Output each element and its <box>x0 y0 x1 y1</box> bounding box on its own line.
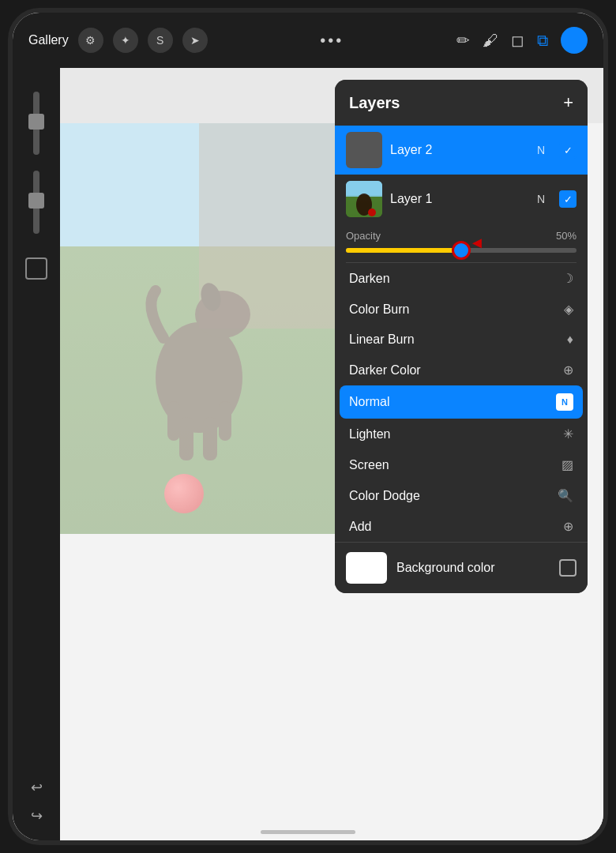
opacity-slider[interactable] <box>33 171 39 234</box>
eraser-tool-icon[interactable]: ◻ <box>511 31 524 50</box>
layer-2-checkbox[interactable] <box>559 141 577 159</box>
opacity-fill <box>346 248 461 253</box>
blend-color-burn-icon: ◈ <box>564 302 573 317</box>
wrench-icon[interactable]: ⚙ <box>78 28 103 53</box>
layer-1-thumbnail <box>346 181 382 217</box>
top-bar: Gallery ⚙ ✦ S ➤ ••• ✏ 🖌 ◻ ⧉ <box>13 13 603 68</box>
layer-2-name: Layer 2 <box>390 143 529 157</box>
transform-tool[interactable] <box>25 257 47 280</box>
blend-mode-lighten[interactable]: Lighten ✳ <box>335 419 588 449</box>
blend-color-dodge-icon: 🔍 <box>558 488 573 503</box>
undo-button[interactable]: ↩ <box>31 779 43 796</box>
background-color-row: Background color <box>335 542 588 593</box>
background-color-swatch[interactable] <box>346 552 387 584</box>
layers-tool-icon[interactable]: ⧉ <box>537 32 548 50</box>
top-bar-center: ••• <box>208 32 456 50</box>
top-bar-right: ✏ 🖌 ◻ ⧉ <box>456 27 588 54</box>
brush-tool-icon[interactable]: 🖌 <box>483 32 498 50</box>
blend-linear-burn-icon: ♦ <box>567 333 573 347</box>
blend-lighten-icon: ✳ <box>563 426 573 442</box>
layer-1-thumb-svg <box>346 181 382 217</box>
layers-title: Layers <box>349 94 400 112</box>
blend-normal-label: Normal <box>349 395 390 409</box>
blend-mode-linear-burn[interactable]: Linear Burn ♦ <box>335 325 588 355</box>
blend-lighten-label: Lighten <box>349 427 391 442</box>
blend-mode-color-dodge[interactable]: Color Dodge 🔍 <box>335 480 588 511</box>
layer-1-thumb-content <box>346 181 382 217</box>
layers-header: Layers + <box>335 80 588 126</box>
blend-darker-color-label: Darker Color <box>349 363 421 378</box>
layer-1-item[interactable]: Layer 1 N <box>335 175 588 224</box>
more-menu[interactable]: ••• <box>320 32 344 50</box>
blend-color-dodge-label: Color Dodge <box>349 489 420 503</box>
blend-mode-darken[interactable]: Darken ☽ <box>335 263 588 294</box>
opacity-label: Opacity <box>346 230 381 242</box>
blend-mode-add[interactable]: Add ⊕ <box>335 511 588 542</box>
blend-color-burn-label: Color Burn <box>349 302 409 317</box>
device-frame: Gallery ⚙ ✦ S ➤ ••• ✏ 🖌 ◻ ⧉ ↩ ↪ <box>8 8 608 845</box>
gallery-button[interactable]: Gallery <box>28 33 69 47</box>
layer-2-thumbnail <box>346 132 382 168</box>
blend-normal-icon: N <box>556 393 573 411</box>
layer-1-mode: N <box>537 193 545 205</box>
smudge-icon[interactable]: S <box>148 28 173 53</box>
magic-wand-icon[interactable]: ✦ <box>113 28 138 53</box>
blend-list: Darken ☽ Color Burn ◈ Linear Burn ♦ Dark… <box>335 263 588 542</box>
blend-add-icon: ⊕ <box>563 519 573 534</box>
arrow-icon[interactable]: ➤ <box>182 28 208 53</box>
blend-mode-screen[interactable]: Screen ▨ <box>335 449 588 480</box>
opacity-value: 50% <box>556 230 577 242</box>
blend-linear-burn-label: Linear Burn <box>349 333 415 347</box>
blend-screen-icon: ▨ <box>562 457 573 472</box>
background-color-checkbox[interactable] <box>559 559 577 577</box>
blend-darken-label: Darken <box>349 272 390 286</box>
layer-2-item[interactable]: Layer 2 N <box>335 126 588 175</box>
opacity-header: Opacity 50% <box>346 230 577 242</box>
background-color-label: Background color <box>396 561 550 575</box>
sidebar-bottom: ↩ ↪ <box>31 779 43 825</box>
blend-darker-color-icon: ⊕ <box>563 363 573 378</box>
blend-screen-label: Screen <box>349 458 389 472</box>
opacity-track[interactable]: ◄ <box>346 248 577 253</box>
blend-mode-color-burn[interactable]: Color Burn ◈ <box>335 294 588 325</box>
left-sidebar: ↩ ↪ <box>13 68 60 840</box>
layer-1-checkbox[interactable] <box>559 190 577 208</box>
layer-2-mode: N <box>537 144 545 156</box>
top-bar-left: Gallery ⚙ ✦ S ➤ <box>28 28 208 53</box>
layer-1-name: Layer 1 <box>390 192 529 206</box>
blend-darken-icon: ☽ <box>562 271 573 286</box>
add-layer-button[interactable]: + <box>563 92 573 113</box>
slider-thumb <box>28 114 44 130</box>
layers-panel: Layers + Layer 2 N <box>335 80 588 593</box>
layer-2-thumb-content <box>346 132 382 168</box>
slider-thumb <box>28 193 44 209</box>
pen-tool-icon[interactable]: ✏ <box>456 31 470 50</box>
color-swatch[interactable] <box>561 27 588 54</box>
redo-button[interactable]: ↪ <box>31 807 43 825</box>
svg-point-10 <box>368 209 376 216</box>
blend-mode-normal[interactable]: Normal N <box>340 385 583 419</box>
blend-mode-darker-color[interactable]: Darker Color ⊕ <box>335 355 588 385</box>
opacity-row: Opacity 50% ◄ <box>335 224 588 262</box>
brush-size-slider[interactable] <box>33 92 39 155</box>
blend-add-label: Add <box>349 520 371 534</box>
opacity-thumb[interactable] <box>452 241 471 260</box>
